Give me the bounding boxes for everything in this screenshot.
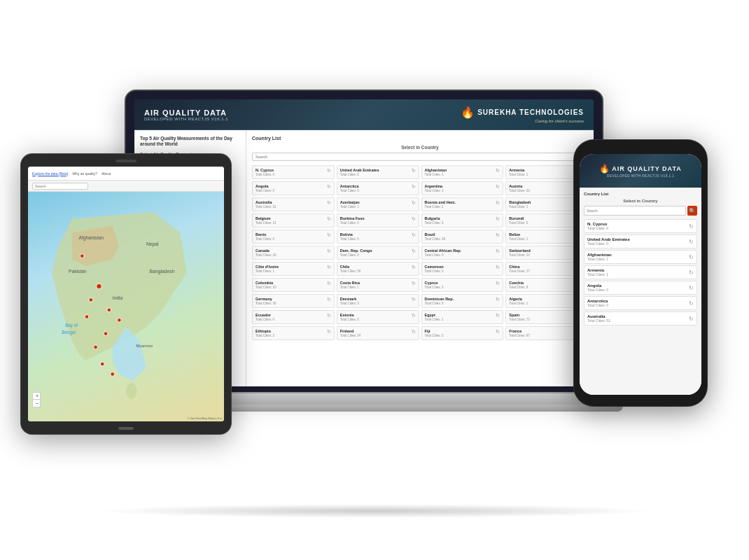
country-name: Burundi: [509, 216, 579, 220]
country-name: N. Cyprus: [255, 168, 326, 172]
country-card-info: Fiji Total Cities: 3: [425, 329, 495, 337]
country-card-dominicanrep[interactable]: Dominican Rep. Total Cities: 0 ↻: [421, 294, 504, 308]
country-card-costarica[interactable]: Costa Rica Total Cities: 1 ↻: [337, 278, 419, 292]
country-card-info: Burundi Total Cities: 0: [509, 216, 579, 225]
mobile-country-item-uae[interactable]: United Arab Emirates Total Cities: 0 ↻: [584, 234, 697, 248]
country-name: Australia: [255, 200, 326, 204]
country-card-colombia[interactable]: Colombia Total Cities: 10 ↻: [252, 278, 335, 292]
mobile-country-item-angola[interactable]: Angola Total Cities: 0 ↻: [584, 281, 697, 295]
country-card-denmark[interactable]: Denmark Total Cities: 3 ↻: [337, 294, 419, 308]
arrow-icon: ↻: [412, 297, 416, 302]
arrow-icon: ↻: [412, 168, 416, 174]
mobile-country-item-ncyprus[interactable]: N. Cyprus Total Cities: 0 ↻: [584, 219, 697, 233]
svg-text:Nepal: Nepal: [146, 241, 159, 247]
country-cities: Total Cities: 12: [509, 253, 579, 257]
arrow-icon: ↻: [327, 200, 331, 206]
country-cities: Total Cities: 0: [340, 318, 410, 321]
country-card-benin[interactable]: Benin Total Cities: 0 ↻: [252, 230, 335, 244]
country-card-bulgaria[interactable]: Bulgaria Total Cities: 3 ↻: [421, 214, 504, 227]
country-card-australia[interactable]: Australia Total Cities: 31 ↻: [252, 197, 335, 211]
country-card-uae[interactable]: United Arab Emirates Total Cities: 0 ↻: [337, 165, 419, 179]
country-card-brazil[interactable]: Brazil Total Cities: 39 ↻: [421, 230, 504, 244]
tablet-home-button[interactable]: [118, 427, 134, 430]
mobile-country-item-armenia[interactable]: Armenia Total Cities: 1 ↻: [584, 265, 697, 279]
country-card-info: Finland Total Cities: 24: [340, 329, 410, 337]
arrow-icon: ↻: [412, 216, 416, 222]
tablet-nav-explore[interactable]: Explore the data (Beta): [32, 172, 68, 176]
arrow-icon: ↻: [412, 281, 416, 286]
arrow-icon: ↻: [327, 232, 331, 238]
country-cities: Total Cities: 1: [340, 286, 410, 289]
country-card-estonia[interactable]: Estonia Total Cities: 0 ↻: [337, 310, 419, 324]
svg-point-17: [85, 315, 89, 319]
country-name: Denmark: [340, 297, 410, 301]
country-card-info: Bangladesh Total Cities: 1: [509, 200, 579, 209]
arrow-icon: ↻: [412, 313, 416, 318]
mobile-screen: 🔥 AIR QUALITY DATA DEVELOPED WITH REACTJ…: [580, 154, 701, 395]
mobile-country-cities: Total Cities: 0: [587, 241, 630, 246]
country-card-info: Bolivia Total Cities: 0: [340, 232, 410, 241]
device-shadow: [94, 504, 654, 518]
country-grid: N. Cyprus Total Cities: 0 ↻ United Arab …: [252, 165, 588, 340]
search-input[interactable]: [252, 153, 588, 161]
country-card-ncyprus[interactable]: N. Cyprus Total Cities: 0 ↻: [252, 165, 335, 179]
mobile-country-list: N. Cyprus Total Cities: 0 ↻ United Arab …: [584, 219, 697, 327]
arrow-icon: ↻: [327, 184, 331, 190]
country-cities: Total Cities: 24: [340, 334, 410, 337]
country-card-info: Egypt Total Cities: 1: [425, 313, 495, 321]
country-card-info: Switzerland Total Cities: 12: [509, 248, 579, 257]
country-card-angola[interactable]: Angola Total Cities: 0 ↻: [252, 181, 335, 195]
country-card-chile[interactable]: Chile Total Cities: 59 ↻: [337, 262, 419, 276]
app-header: AIR QUALITY DATA DEVELOPED WITH REACTJS …: [134, 99, 594, 130]
country-card-canada[interactable]: Canada Total Cities: 16 ↻: [252, 246, 335, 260]
country-card-info: China Total Cities: 17: [509, 265, 579, 273]
country-cities: Total Cities: 0: [425, 253, 495, 257]
zoom-out-button[interactable]: −: [33, 400, 41, 407]
country-name: Dem. Rep. Congo: [340, 248, 410, 253]
country-card-finland[interactable]: Finland Total Cities: 24 ↻: [337, 326, 419, 340]
country-name: Bosnia and Herz.: [425, 200, 495, 204]
tablet-nav-about[interactable]: About: [102, 172, 111, 176]
country-card-azerbaijan[interactable]: Azerbaijan Total Cities: 1 ↻: [337, 197, 419, 211]
country-cities: Total Cities: 0: [255, 237, 326, 241]
country-card-car[interactable]: Central African Rep. Total Cities: 0 ↻: [421, 246, 504, 260]
zoom-in-button[interactable]: +: [33, 393, 41, 400]
country-card-argentina[interactable]: Argentina Total Cities: 1 ↻: [421, 181, 504, 195]
svg-point-12: [117, 318, 121, 322]
zoom-controls: + −: [32, 392, 41, 407]
country-name: Switzerland: [509, 248, 579, 253]
mobile-country-item-antarctica[interactable]: Antarctica Total Cities: 0 ↻: [584, 296, 697, 310]
country-card-belgium[interactable]: Belgium Total Cities: 12 ↻: [252, 214, 335, 227]
app-title: AIR QUALITY DATA: [144, 108, 228, 117]
country-card-bih[interactable]: Bosnia and Herz. Total Cities: 2 ↻: [421, 197, 504, 211]
tablet-nav-why[interactable]: Why air quality?: [72, 172, 97, 176]
country-cities: Total Cities: 3: [425, 270, 495, 273]
app-subtitle: DEVELOPED WITH REACTJS V16.1.1: [144, 117, 228, 121]
mobile-arrow-icon: ↻: [689, 270, 694, 276]
mobile-country-item-australia[interactable]: Australia Total Cities: 51 ↻: [584, 312, 697, 326]
mobile-country-cities: Total Cities: 0: [587, 303, 608, 307]
country-card-ethiopia[interactable]: Ethiopia Total Cities: 2 ↻: [252, 326, 335, 340]
arrow-icon: ↻: [496, 216, 500, 222]
country-card-egypt[interactable]: Egypt Total Cities: 1 ↻: [421, 310, 504, 324]
country-card-cyprus[interactable]: Cyprus Total Cities: 3 ↻: [421, 278, 504, 292]
tablet-search-input[interactable]: [32, 183, 88, 190]
country-card-germany[interactable]: Germany Total Cities: 30 ↻: [252, 294, 335, 308]
country-card-drc[interactable]: Dem. Rep. Congo Total Cities: 0 ↻: [337, 246, 419, 260]
country-card-fiji[interactable]: Fiji Total Cities: 3 ↻: [421, 326, 504, 340]
country-card-cotedivoire[interactable]: Côte d'Ivoire Total Cities: 1 ↻: [252, 262, 335, 276]
country-cities: Total Cities: 17: [509, 270, 579, 273]
country-card-afghanistan[interactable]: Afghanistan Total Cities: 1 ↻: [421, 165, 504, 179]
country-name: Canada: [255, 248, 326, 253]
mobile-search-input[interactable]: [584, 206, 686, 216]
arrow-icon: ↻: [496, 281, 500, 286]
mobile-search-button[interactable]: 🔍: [687, 206, 697, 216]
country-card-bolivia[interactable]: Bolivia Total Cities: 0 ↻: [337, 230, 419, 244]
country-card-ecuador[interactable]: Ecuador Total Cities: 0 ↻: [252, 310, 335, 324]
flame-icon: 🔥: [461, 106, 475, 119]
country-card-antarctica[interactable]: Antarctica Total Cities: 0 ↻: [337, 181, 419, 195]
country-card-cameroon[interactable]: Cameroon Total Cities: 3 ↻: [421, 262, 504, 276]
arrow-icon: ↻: [327, 168, 331, 174]
mobile-country-item-afghanistan[interactable]: Afghanistan Total Cities: 1 ↻: [584, 250, 697, 264]
country-card-burkinafaso[interactable]: Burkina Faso Total Cities: 0 ↻: [337, 214, 419, 227]
